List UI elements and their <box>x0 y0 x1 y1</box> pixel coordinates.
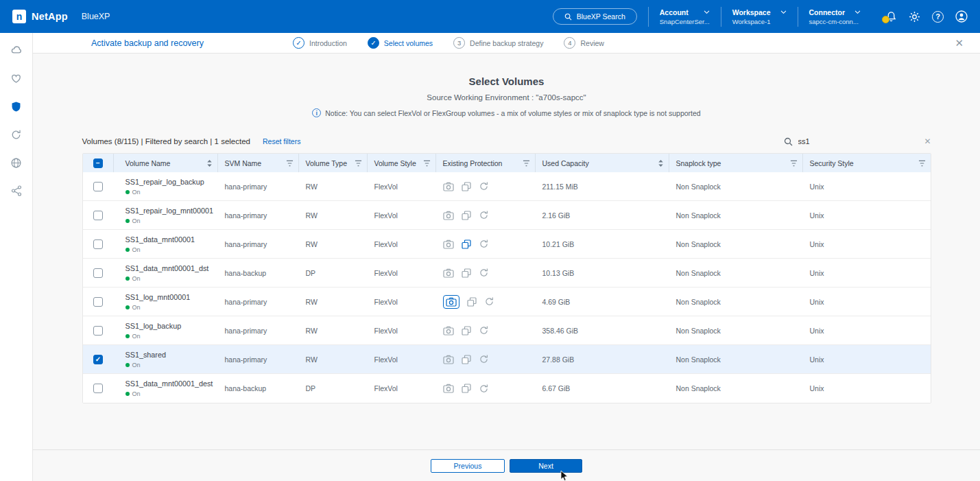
workspace-value: Workspace-1 <box>732 18 787 25</box>
table-row[interactable]: SS1_repair_log_mnt00001 On hana-primary … <box>83 201 931 230</box>
snapshot-camera-icon <box>443 326 454 336</box>
snaplock-type: Non Snaplock <box>669 384 803 392</box>
globe-icon <box>10 157 22 169</box>
volume-style: FlexVol <box>368 240 436 248</box>
status-dot <box>126 305 130 309</box>
search-label: BlueXP Search <box>577 12 625 21</box>
svm-name: hana-primary <box>218 355 299 364</box>
reset-filters-link[interactable]: Reset filters <box>263 137 300 145</box>
row-checkbox[interactable] <box>93 297 103 307</box>
volume-name: SS1_shared <box>126 351 218 359</box>
row-checkbox[interactable] <box>93 384 103 393</box>
security-style: Unix <box>803 298 931 306</box>
connector-value: sapcc-cm-conn... <box>809 18 861 25</box>
sidebar-item-mobility[interactable] <box>8 126 25 143</box>
row-checkbox[interactable] <box>93 326 103 336</box>
filter-icon[interactable] <box>918 160 926 167</box>
replication-copy-icon <box>462 182 471 191</box>
status-label: On <box>132 189 141 196</box>
backup-restore-icon <box>479 181 489 191</box>
col-svm-name[interactable]: SVM Name <box>218 154 299 172</box>
close-icon[interactable]: ✕ <box>955 38 964 48</box>
status-dot <box>126 334 130 338</box>
backup-restore-icon <box>479 210 489 220</box>
clear-search-icon[interactable]: ✕ <box>924 137 931 146</box>
sidebar-item-governance[interactable] <box>8 154 25 172</box>
volume-type: RW <box>299 211 368 220</box>
filter-icon[interactable] <box>523 160 530 167</box>
filter-icon[interactable] <box>355 160 362 167</box>
used-capacity: 4.69 GiB <box>536 298 669 306</box>
page-body: Select Volumes Source Working Environmen… <box>33 54 980 449</box>
volume-style: FlexVol <box>368 269 436 277</box>
table-row[interactable]: SS1_log_backup On hana-primary RW FlexVo… <box>83 316 931 345</box>
table-row[interactable]: SS1_data_mnt00001 On hana-primary RW Fle… <box>83 230 931 259</box>
col-used-capacity[interactable]: Used Capacity <box>536 154 669 172</box>
settings-gear-icon[interactable] <box>909 11 920 23</box>
col-volume-type[interactable]: Volume Type <box>299 154 368 172</box>
shield-icon <box>10 101 22 113</box>
filter-icon[interactable] <box>286 160 294 167</box>
svm-name: hana-backup <box>218 384 299 392</box>
volume-status: On <box>126 189 218 196</box>
step-select-volumes[interactable]: ✓ Select volumes <box>368 37 433 49</box>
row-checkbox[interactable] <box>93 355 103 364</box>
notice-line: i Notice: You can select FlexVol or Flex… <box>33 108 980 117</box>
col-security-style[interactable]: Security Style <box>803 154 931 172</box>
volume-status: On <box>126 275 218 282</box>
sort-icon[interactable] <box>206 159 213 167</box>
volumes-table: Volume Name SVM Name Volume Type <box>82 153 931 403</box>
notice-text: Notice: You can select FlexVol or FlexGr… <box>325 109 700 117</box>
account-menu[interactable]: Account SnapCenterSer... <box>648 7 721 27</box>
notifications-bell-icon[interactable] <box>885 11 897 23</box>
col-volume-name[interactable]: Volume Name <box>114 154 218 172</box>
bluexp-search[interactable]: BlueXP Search <box>553 8 637 25</box>
workspace-menu[interactable]: Workspace Workspace-1 <box>721 7 798 27</box>
chevron-down-icon <box>780 10 787 14</box>
volume-status: On <box>126 246 218 253</box>
col-existing-protection[interactable]: Existing Protection <box>436 154 536 172</box>
table-row[interactable]: SS1_log_mnt00001 On hana-primary RW Flex… <box>83 288 931 316</box>
sidebar-item-extend[interactable] <box>8 182 25 200</box>
table-search-input[interactable] <box>798 137 919 145</box>
sidebar-item-health[interactable] <box>8 69 25 87</box>
status-dot <box>126 248 130 252</box>
next-button[interactable]: Next <box>510 459 582 473</box>
step-introduction[interactable]: ✓ Introduction <box>293 37 347 49</box>
connector-menu[interactable]: Connector sapcc-cm-conn... <box>798 7 872 27</box>
sidebar-item-storage[interactable] <box>8 41 25 59</box>
help-icon[interactable]: ? <box>932 11 944 23</box>
chevron-down-icon <box>854 10 861 14</box>
sort-icon[interactable] <box>658 159 664 167</box>
select-all-checkbox[interactable] <box>83 154 114 172</box>
table-row[interactable]: SS1_data_mnt00001_dst On hana-backup DP … <box>83 259 931 288</box>
volume-status: On <box>126 362 218 368</box>
table-row[interactable]: SS1_shared On hana-primary RW FlexVol 27… <box>83 345 931 374</box>
row-checkbox[interactable] <box>93 182 103 191</box>
status-label: On <box>132 390 141 397</box>
snapshot-camera-icon <box>443 239 454 249</box>
previous-button[interactable]: Previous <box>431 459 505 473</box>
status-label: On <box>132 275 141 282</box>
table-row[interactable]: SS1_repair_log_backup On hana-primary RW… <box>83 172 931 201</box>
used-capacity: 27.88 GiB <box>536 355 669 364</box>
filter-icon[interactable] <box>423 160 431 167</box>
info-icon: i <box>312 108 321 117</box>
col-volume-style[interactable]: Volume Style <box>368 154 436 172</box>
row-checkbox[interactable] <box>93 268 103 278</box>
step-define-backup-strategy[interactable]: 3 Define backup strategy <box>453 37 543 49</box>
volume-style: FlexVol <box>368 384 436 392</box>
search-icon <box>564 13 572 21</box>
volume-name: SS1_data_mnt00001_dst <box>126 264 218 272</box>
col-snaplock-type[interactable]: Snaplock type <box>669 154 803 172</box>
used-capacity: 10.13 GiB <box>536 269 669 277</box>
table-row[interactable]: SS1_data_mnt00001_dest On hana-backup DP… <box>83 374 931 403</box>
user-avatar[interactable] <box>955 10 968 23</box>
filter-icon[interactable] <box>790 160 798 167</box>
volume-status: On <box>126 333 218 340</box>
wizard-header: Activate backup and recovery ✓ Introduct… <box>33 33 980 54</box>
sidebar-item-protection[interactable] <box>8 97 25 115</box>
step-review[interactable]: 4 Review <box>564 37 603 49</box>
row-checkbox[interactable] <box>93 239 103 249</box>
row-checkbox[interactable] <box>93 211 103 220</box>
